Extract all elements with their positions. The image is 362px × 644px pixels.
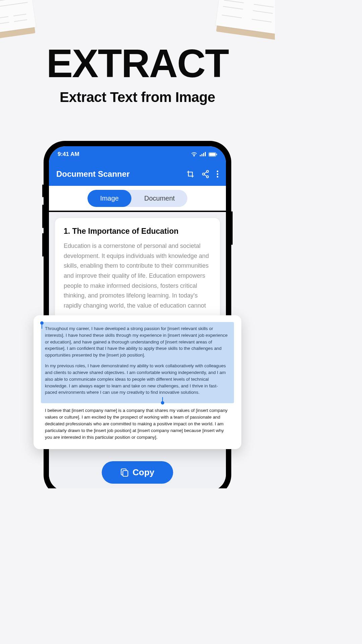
- svg-point-12: [217, 176, 219, 178]
- battery-icon: [208, 152, 217, 157]
- svg-rect-6: [217, 154, 217, 155]
- tab-image[interactable]: Image: [87, 190, 132, 207]
- svg-rect-5: [209, 153, 216, 156]
- document-card: 1. The Importance of Education Education…: [55, 218, 220, 320]
- svg-point-11: [217, 173, 219, 175]
- copy-label: Copy: [133, 467, 155, 478]
- card-body: Education is a cornerstone of personal a…: [64, 241, 211, 311]
- selected-paragraph-1: Throughout my career, I have developed a…: [45, 325, 230, 359]
- tab-bar: Image Document: [49, 186, 226, 212]
- selection-handle-start[interactable]: [40, 321, 44, 325]
- selected-text-block[interactable]: Throughout my career, I have developed a…: [41, 322, 234, 403]
- unselected-paragraph: I believe that [insert company name] is …: [41, 403, 234, 440]
- app-title: Document Scanner: [56, 169, 130, 179]
- selected-paragraph-2: In my previous roles, I have demonstrate…: [45, 363, 230, 396]
- status-time: 9:41 AM: [58, 151, 79, 158]
- status-bar: 9:41 AM: [49, 146, 226, 162]
- extracted-text-overlay: Throughout my career, I have developed a…: [34, 315, 241, 449]
- svg-rect-3: [205, 152, 206, 156]
- wifi-icon: [191, 152, 197, 157]
- svg-rect-13: [123, 471, 128, 476]
- decor-paper-top-left: [0, 0, 36, 36]
- svg-rect-2: [203, 153, 204, 156]
- copy-icon: [121, 468, 129, 477]
- signal-icon: [200, 152, 206, 157]
- card-title: 1. The Importance of Education: [64, 227, 211, 236]
- decor-paper-top-right: [215, 0, 275, 38]
- hero-title: EXTRACT: [0, 44, 275, 83]
- hero-subtitle: Extract Text from Image: [0, 89, 275, 105]
- svg-rect-1: [201, 154, 202, 156]
- share-icon[interactable]: [202, 170, 209, 178]
- more-icon[interactable]: [217, 170, 219, 178]
- svg-point-10: [217, 171, 219, 172]
- app-bar: Document Scanner: [49, 162, 226, 186]
- crop-icon[interactable]: [186, 170, 194, 178]
- copy-button[interactable]: Copy: [102, 461, 173, 484]
- tab-document[interactable]: Document: [131, 190, 187, 207]
- svg-rect-0: [200, 155, 201, 156]
